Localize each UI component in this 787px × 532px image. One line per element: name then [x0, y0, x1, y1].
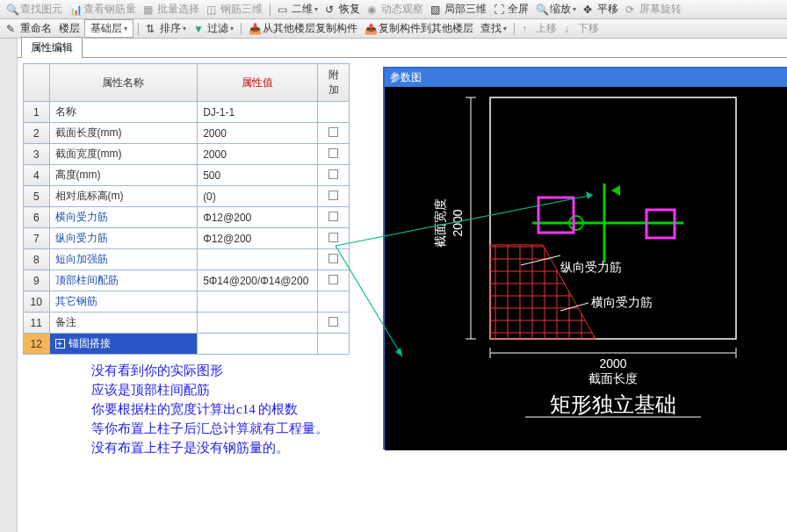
row-number: 11: [24, 313, 50, 334]
tb-local-3d[interactable]: ▧局部三维: [428, 1, 489, 18]
svg-text:横向受力筋: 横向受力筋: [591, 295, 653, 309]
prop-extra-cell[interactable]: [318, 123, 350, 144]
diagram-title: 参数图: [385, 68, 787, 87]
prop-value-cell[interactable]: (0): [198, 186, 318, 207]
table-row[interactable]: 7纵向受力筋Φ12@200: [24, 228, 350, 249]
row-number: 6: [24, 207, 50, 228]
table-row[interactable]: 10其它钢筋: [24, 291, 350, 313]
prop-name-cell: 横向受力筋: [49, 207, 198, 228]
checkbox[interactable]: [329, 254, 338, 263]
prop-name-cell: 名称: [49, 102, 198, 123]
prop-value-cell[interactable]: 2000: [198, 144, 318, 165]
checkbox[interactable]: [329, 191, 338, 200]
prop-extra-cell[interactable]: [318, 228, 350, 249]
prop-extra-cell[interactable]: [318, 270, 350, 291]
tb-find[interactable]: 查找▾: [478, 20, 509, 37]
prop-value-cell[interactable]: Φ12@200: [198, 207, 318, 228]
checkbox[interactable]: [329, 233, 338, 242]
tb-floor-select[interactable]: 基础层▾: [84, 19, 134, 38]
row-number: 2: [24, 123, 50, 144]
prop-value-cell[interactable]: 2000: [198, 123, 318, 144]
prop-value-cell[interactable]: 500: [198, 165, 318, 186]
tb-2d[interactable]: ▭二维▾: [275, 1, 321, 18]
tb-rebar-qty[interactable]: 📊查看钢筋量: [67, 1, 139, 18]
svg-marker-16: [611, 185, 620, 196]
svg-text:截面长度: 截面长度: [588, 371, 638, 385]
tb-find-el[interactable]: 🔍查找图元: [4, 1, 65, 18]
prop-extra-cell[interactable]: [318, 249, 350, 270]
tb-fullscreen[interactable]: ⛶全屏: [491, 1, 531, 18]
tb-copy-from[interactable]: 📥从其他楼层复制构件: [246, 20, 360, 37]
table-row[interactable]: 11备注: [24, 313, 350, 334]
prop-extra-cell[interactable]: [318, 102, 350, 123]
left-gutter: [0, 39, 18, 532]
table-row[interactable]: 12+锚固搭接: [24, 334, 350, 355]
tb-orbit[interactable]: ◉动态观察: [365, 1, 426, 18]
prop-name-cell: 高度(mm): [49, 165, 198, 186]
tab-property-edit[interactable]: 属性编辑: [21, 37, 83, 58]
table-row[interactable]: 2截面长度(mm)2000: [24, 123, 350, 144]
prop-extra-cell[interactable]: [318, 207, 350, 228]
expand-icon[interactable]: +: [55, 339, 65, 349]
parameter-diagram-panel: 参数图 2000 截面宽度: [383, 67, 787, 449]
prop-extra-cell[interactable]: [318, 144, 350, 165]
tb-rename[interactable]: ✎重命名: [4, 20, 54, 37]
checkbox[interactable]: [329, 275, 338, 284]
col-extra: 附加: [318, 64, 350, 102]
checkbox[interactable]: [329, 317, 338, 327]
svg-text:矩形独立基础: 矩形独立基础: [550, 393, 676, 416]
svg-text:纵向受力筋: 纵向受力筋: [560, 260, 622, 274]
prop-value-cell[interactable]: [198, 291, 318, 313]
toolbar-top: 🔍查找图元 📊查看钢筋量 ▦批量选择 ◫钢筋三维 ▭二维▾ ↺恢复 ◉动态观察 …: [0, 0, 787, 19]
prop-name-cell: 截面长度(mm): [49, 123, 198, 144]
col-value: 属性值: [198, 64, 318, 102]
row-number: 8: [24, 249, 50, 270]
tb-filter[interactable]: ▼过滤▾: [191, 20, 236, 37]
tb-floor-label: 楼层: [56, 20, 83, 37]
tb-pan[interactable]: ✥平移: [581, 1, 621, 18]
tb-up[interactable]: ↑上移: [519, 20, 560, 37]
toolbar-second: ✎重命名 楼层 基础层▾ ⇅排序▾ ▼过滤▾ 📥从其他楼层复制构件 📤复制构件到…: [0, 19, 787, 39]
row-number: 3: [24, 144, 50, 165]
tb-copy-to[interactable]: 📤复制构件到其他楼层: [362, 20, 476, 37]
prop-value-cell[interactable]: [198, 334, 318, 355]
prop-extra-cell[interactable]: [318, 291, 350, 313]
table-row[interactable]: 3截面宽度(mm)2000: [24, 144, 350, 165]
tb-sort[interactable]: ⇅排序▾: [143, 20, 189, 37]
tb-rebar-3d[interactable]: ◫钢筋三维: [204, 1, 265, 18]
tb-restore[interactable]: ↺恢复: [322, 1, 363, 18]
prop-extra-cell[interactable]: [318, 334, 350, 355]
tb-rot[interactable]: ⟳屏幕旋转: [623, 1, 684, 18]
prop-name-cell: 相对底标高(m): [49, 186, 198, 207]
checkbox[interactable]: [329, 169, 338, 179]
prop-value-cell[interactable]: DJ-1-1: [198, 102, 318, 123]
table-row[interactable]: 5相对底标高(m)(0): [24, 186, 350, 207]
diagram-canvas: 2000 截面宽度 2000 截面长度: [385, 87, 787, 450]
table-row[interactable]: 4高度(mm)500: [24, 165, 350, 186]
property-table: 属性名称 属性值 附加 1名称DJ-1-12截面长度(mm)20003截面宽度(…: [23, 63, 350, 355]
prop-name-cell: 截面宽度(mm): [49, 144, 198, 165]
prop-name-cell: 顶部柱间配筋: [49, 270, 198, 291]
row-number: 5: [24, 186, 50, 207]
prop-extra-cell[interactable]: [318, 313, 350, 334]
table-row[interactable]: 1名称DJ-1-1: [24, 102, 350, 123]
prop-value-cell[interactable]: [198, 249, 318, 270]
prop-extra-cell[interactable]: [318, 186, 350, 207]
prop-value-cell[interactable]: 5Φ14@200/Φ14@200: [198, 270, 318, 291]
tb-down[interactable]: ↓下移: [561, 20, 602, 37]
table-row[interactable]: 6横向受力筋Φ12@200: [24, 207, 350, 228]
checkbox[interactable]: [329, 148, 338, 158]
prop-extra-cell[interactable]: [318, 165, 350, 186]
annotation-note: 没有看到你的实际图形 应该是顶部柱间配筋 你要根据柱的宽度计算出c14 的根数 …: [91, 361, 329, 457]
checkbox[interactable]: [329, 127, 338, 137]
table-row[interactable]: 9顶部柱间配筋5Φ14@200/Φ14@200: [24, 270, 350, 291]
prop-value-cell[interactable]: [198, 313, 318, 334]
table-row[interactable]: 8短向加强筋: [24, 249, 350, 270]
row-number: 9: [24, 270, 50, 291]
tb-zoom[interactable]: 🔍缩放▾: [533, 1, 579, 18]
svg-text:2000: 2000: [599, 356, 626, 370]
checkbox[interactable]: [329, 212, 338, 221]
prop-name-cell: +锚固搭接: [49, 334, 198, 355]
tb-batch-sel[interactable]: ▦批量选择: [141, 1, 202, 18]
prop-value-cell[interactable]: Φ12@200: [198, 228, 318, 249]
